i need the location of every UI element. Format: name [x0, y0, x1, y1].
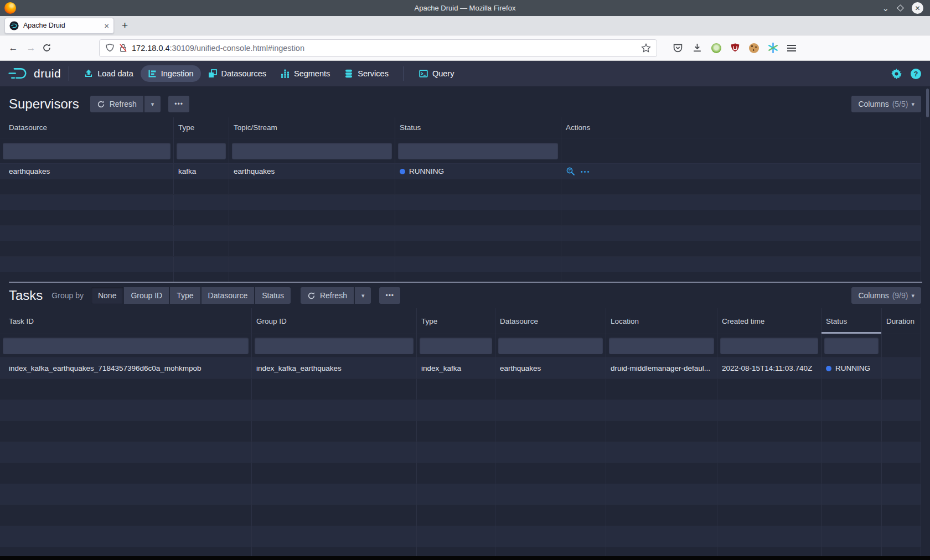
close-icon[interactable]: ✕	[912, 2, 923, 14]
tab-close-icon[interactable]: ×	[104, 21, 109, 30]
tasks-refresh-caret-button[interactable]: ▾	[355, 287, 371, 304]
col-header-datasource[interactable]: Datasource	[0, 117, 174, 138]
bookmark-star-icon[interactable]	[641, 43, 651, 53]
group-by-status-button[interactable]: Status	[255, 287, 291, 304]
nav-ingestion[interactable]: Ingestion	[141, 65, 201, 82]
columns-label: Columns	[858, 291, 888, 300]
datasources-icon	[208, 69, 217, 78]
group-by-type-button[interactable]: Type	[170, 287, 200, 304]
col-header-actions[interactable]: Actions	[561, 117, 921, 138]
supervisors-refresh-caret-button[interactable]: ▾	[144, 96, 161, 112]
group-by-none-button[interactable]: None	[91, 287, 123, 304]
shield-icon[interactable]	[105, 43, 115, 53]
nav-datasources[interactable]: Datasources	[201, 65, 273, 82]
services-icon	[344, 69, 353, 78]
empty-row	[0, 421, 921, 442]
brand-text: druid	[34, 67, 61, 80]
filter-datasource-input[interactable]	[498, 338, 603, 354]
inspect-magnifier-icon[interactable]	[566, 167, 575, 176]
nav-query[interactable]: Query	[412, 65, 462, 82]
row-more-actions-icon[interactable]: •••	[581, 168, 591, 175]
browser-tab[interactable]: Apache Druid ×	[4, 18, 114, 34]
empty-row	[0, 547, 921, 556]
col-header-status-sorted[interactable]: Status	[822, 308, 882, 334]
task-status: RUNNING	[822, 358, 882, 378]
druid-logo[interactable]: druid	[8, 66, 61, 81]
col-header-task-id[interactable]: Task ID	[0, 308, 252, 334]
tasks-columns-button[interactable]: Columns (9/9) ▾	[851, 287, 921, 304]
col-header-topic-stream[interactable]: Topic/Stream	[229, 117, 395, 138]
supervisors-more-button[interactable]: •••	[168, 96, 189, 112]
url-bar[interactable]: 172.18.0.4:30109/unified-console.html#in…	[99, 39, 657, 57]
window-controls: ⌄ ✕	[882, 2, 930, 14]
filter-topic-stream-input[interactable]	[232, 143, 392, 159]
nav-datasources-label: Datasources	[221, 69, 266, 78]
new-tab-button[interactable]: +	[122, 19, 128, 32]
col-header-type[interactable]: Type	[417, 308, 495, 334]
filter-type-input[interactable]	[420, 338, 492, 354]
minimize-icon[interactable]: ⌄	[882, 6, 889, 11]
nav-services[interactable]: Services	[337, 65, 396, 82]
insecure-lock-icon[interactable]	[119, 43, 127, 53]
download-icon[interactable]	[692, 43, 702, 53]
col-header-created-time[interactable]: Created time	[717, 308, 822, 334]
tasks-more-button[interactable]: •••	[379, 287, 400, 304]
supervisors-refresh-button[interactable]: Refresh	[90, 96, 143, 112]
druid-logo-icon	[8, 66, 30, 81]
sparkle-extension-icon[interactable]	[768, 43, 778, 53]
toolbar-extensions	[673, 43, 796, 53]
nav-load-data[interactable]: Load data	[77, 65, 141, 82]
back-icon[interactable]: ←	[4, 43, 22, 54]
group-by-group-id-button[interactable]: Group ID	[124, 287, 169, 304]
filter-datasource-input[interactable]	[3, 143, 170, 159]
maximize-icon[interactable]	[897, 4, 904, 12]
filter-status-input[interactable]	[824, 338, 879, 354]
status-dot	[400, 169, 405, 174]
scrollbar-thumb[interactable]	[926, 89, 929, 117]
col-header-type[interactable]: Type	[174, 117, 229, 138]
filter-created-time-input[interactable]	[720, 338, 818, 354]
url-text: 172.18.0.4:30109/unified-console.html#in…	[132, 44, 637, 53]
filter-task-id-input[interactable]	[3, 338, 249, 354]
col-header-datasource[interactable]: Datasource	[495, 308, 606, 334]
nav-query-label: Query	[432, 69, 454, 78]
refresh-label: Refresh	[320, 291, 347, 300]
filter-status-input[interactable]	[398, 143, 558, 159]
cookie-extension-icon[interactable]	[749, 43, 759, 53]
pocket-icon[interactable]	[673, 43, 683, 53]
task-location: druid-middlemanager-defaul...	[606, 358, 717, 378]
col-header-group-id[interactable]: Group ID	[252, 308, 417, 334]
menu-icon[interactable]	[787, 45, 796, 51]
tasks-refresh-button[interactable]: Refresh	[301, 287, 354, 304]
tab-title: Apache Druid	[23, 22, 100, 29]
ublock-icon[interactable]	[730, 43, 740, 53]
privacy-extension-icon[interactable]	[711, 43, 721, 53]
reload-icon[interactable]	[42, 43, 51, 53]
nav-ingestion-label: Ingestion	[161, 69, 194, 78]
help-icon[interactable]: ?	[911, 69, 921, 79]
filter-group-id-input[interactable]	[255, 338, 414, 354]
navigation-toolbar: ← → 172.18.0.4:30109/unified-console.htm…	[0, 35, 930, 61]
tab-strip: Apache Druid × +	[0, 16, 930, 35]
status-dot	[826, 366, 831, 371]
nav-load-data-label: Load data	[97, 69, 133, 78]
col-header-status[interactable]: Status	[395, 117, 561, 138]
filter-location-input[interactable]	[609, 338, 714, 354]
supervisor-datasource: earthquakes	[0, 164, 174, 179]
url-path: :30109/unified-console.html#ingestion	[170, 44, 304, 53]
group-by-label: Group by	[51, 291, 84, 300]
nav-segments[interactable]: Segments	[273, 65, 337, 82]
group-by-datasource-button[interactable]: Datasource	[202, 287, 255, 304]
col-header-location[interactable]: Location	[606, 308, 717, 334]
empty-row	[0, 400, 921, 421]
load-data-icon	[84, 69, 93, 78]
col-header-duration[interactable]: Duration	[882, 308, 921, 334]
supervisors-columns-button[interactable]: Columns (5/5) ▾	[851, 96, 921, 112]
task-row[interactable]: index_kafka_earthquakes_7184357396d6c0a_…	[0, 358, 921, 379]
filter-type-input[interactable]	[177, 143, 226, 159]
forward-icon[interactable]: →	[22, 43, 40, 54]
druid-navbar: druid Load data Ingestion Datasources	[0, 61, 930, 86]
empty-row	[0, 526, 921, 547]
supervisor-row[interactable]: earthquakes kafka earthquakes RUNNING ••…	[0, 164, 921, 179]
settings-gear-icon[interactable]	[891, 69, 902, 79]
